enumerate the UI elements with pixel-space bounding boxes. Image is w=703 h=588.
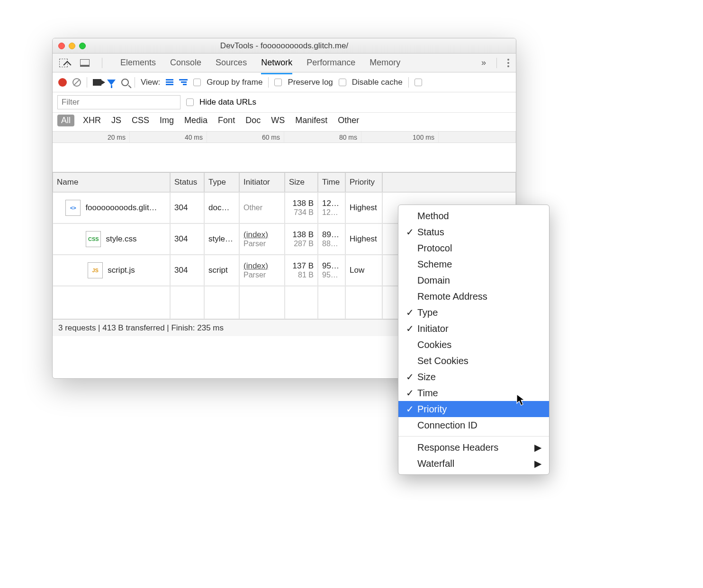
ctx-item-set-cookies[interactable]: Set Cookies xyxy=(398,353,549,369)
initiator-cell[interactable]: (index)Parser xyxy=(239,255,285,286)
search-icon[interactable] xyxy=(121,79,129,86)
column-header-initiator[interactable]: Initiator xyxy=(239,172,285,192)
ctx-item-status[interactable]: ✓Status xyxy=(398,224,549,240)
ctx-item-remote-address[interactable]: Remote Address xyxy=(398,288,549,304)
ctx-label: Method xyxy=(417,211,449,222)
clear-button[interactable] xyxy=(72,78,81,87)
tab-network[interactable]: Network xyxy=(261,56,292,70)
initiator-cell[interactable]: Other xyxy=(239,192,285,223)
filter-chip-other[interactable]: Other xyxy=(336,115,361,126)
filter-chip-font[interactable]: Font xyxy=(216,115,237,126)
ctx-item-initiator[interactable]: ✓Initiator xyxy=(398,321,549,337)
more-tabs-icon[interactable]: » xyxy=(481,58,486,68)
time-cell[interactable]: 12…12… xyxy=(318,192,345,223)
tab-sources[interactable]: Sources xyxy=(216,56,247,70)
timeline-tick: 100 ms xyxy=(361,132,439,143)
device-toolbar-icon[interactable] xyxy=(80,59,90,67)
ctx-label: Initiator xyxy=(417,323,449,334)
ctx-item-cookies[interactable]: Cookies xyxy=(398,337,549,353)
record-button[interactable] xyxy=(58,78,67,87)
filter-icon[interactable] xyxy=(107,80,116,85)
name-cell[interactable]: <>fooooooooods.glit… xyxy=(53,192,170,223)
filter-chip-manifest[interactable]: Manifest xyxy=(293,115,329,126)
filter-chip-css[interactable]: CSS xyxy=(130,115,151,126)
filter-chip-xhr[interactable]: XHR xyxy=(81,115,103,126)
filter-chip-doc[interactable]: Doc xyxy=(243,115,262,126)
hide-data-urls-checkbox[interactable] xyxy=(186,98,194,106)
hide-data-urls-label: Hide data URLs xyxy=(199,98,256,107)
size-cell[interactable]: 138 B734 B xyxy=(285,192,318,223)
settings-kebab-icon[interactable] xyxy=(507,59,509,67)
view-waterfall-icon[interactable] xyxy=(179,79,188,85)
check-icon: ✓ xyxy=(406,323,417,334)
name-cell[interactable]: CSSstyle.css xyxy=(53,223,170,255)
check-icon: ✓ xyxy=(406,226,417,238)
type-cell[interactable]: style… xyxy=(204,223,239,255)
ctx-label: Connection ID xyxy=(417,420,478,431)
filter-chip-img[interactable]: Img xyxy=(158,115,176,126)
column-header-time[interactable]: Time xyxy=(318,172,345,192)
ctx-item-type[interactable]: ✓Type xyxy=(398,304,549,321)
column-header-priority[interactable]: Priority xyxy=(345,172,382,192)
type-cell[interactable]: doc… xyxy=(204,192,239,223)
tab-elements[interactable]: Elements xyxy=(120,56,156,70)
preserve-log-checkbox[interactable] xyxy=(274,79,282,86)
name-cell[interactable]: JSscript.js xyxy=(53,255,170,286)
ctx-item-priority[interactable]: ✓Priority xyxy=(398,401,549,417)
view-large-rows-icon[interactable] xyxy=(166,79,173,85)
filter-chip-all[interactable]: All xyxy=(57,115,74,126)
time-cell[interactable]: 95…95… xyxy=(318,255,345,286)
priority-cell[interactable]: Highest xyxy=(345,223,382,255)
file-icon-css: CSS xyxy=(86,231,101,247)
group-by-frame-checkbox[interactable] xyxy=(193,79,201,86)
cursor-icon xyxy=(516,394,526,403)
time-cell[interactable]: 89…88… xyxy=(318,223,345,255)
filter-chips: AllXHRJSCSSImgMediaFontDocWSManifestOthe… xyxy=(53,113,516,132)
file-name: script.js xyxy=(108,266,135,275)
ctx-label: Time xyxy=(417,388,438,399)
ctx-label: Remote Address xyxy=(417,291,487,302)
tab-memory[interactable]: Memory xyxy=(370,56,400,70)
ctx-item-scheme[interactable]: Scheme xyxy=(398,256,549,272)
tab-console[interactable]: Console xyxy=(170,56,201,70)
ctx-item-protocol[interactable]: Protocol xyxy=(398,240,549,256)
timeline-tick: 40 ms xyxy=(130,132,207,143)
screenshot-icon[interactable] xyxy=(93,79,101,86)
type-cell[interactable]: script xyxy=(204,255,239,286)
ctx-item-domain[interactable]: Domain xyxy=(398,272,549,288)
column-context-menu: Method✓StatusProtocolSchemeDomainRemote … xyxy=(398,205,550,475)
ctx-item-time[interactable]: ✓Time xyxy=(398,385,549,401)
column-header-name[interactable]: Name xyxy=(53,172,170,192)
ctx-item-response-headers[interactable]: Response Headers▶ xyxy=(398,439,549,455)
filter-chip-ws[interactable]: WS xyxy=(269,115,287,126)
tab-performance[interactable]: Performance xyxy=(306,56,355,70)
ctx-item-waterfall[interactable]: Waterfall▶ xyxy=(398,455,549,472)
column-header-status[interactable]: Status xyxy=(170,172,204,192)
size-cell[interactable]: 137 B81 B xyxy=(285,255,318,286)
file-name: fooooooooods.glit… xyxy=(85,203,157,213)
group-by-frame-label: Group by frame xyxy=(207,78,262,87)
status-cell[interactable]: 304 xyxy=(170,255,204,286)
disable-cache-checkbox[interactable] xyxy=(339,79,346,86)
ctx-item-method[interactable]: Method xyxy=(398,208,549,224)
filter-input[interactable] xyxy=(57,95,180,109)
column-header-size[interactable]: Size xyxy=(285,172,318,192)
ctx-label: Domain xyxy=(417,275,450,286)
ctx-item-size[interactable]: ✓Size xyxy=(398,369,549,385)
priority-cell[interactable]: Low xyxy=(345,255,382,286)
size-cell[interactable]: 138 B287 B xyxy=(285,223,318,255)
timeline-overview[interactable]: 20 ms40 ms60 ms80 ms100 ms xyxy=(53,132,516,172)
status-cell[interactable]: 304 xyxy=(170,223,204,255)
tab-list: ElementsConsoleSourcesNetworkPerformance… xyxy=(120,56,400,70)
divider xyxy=(87,77,87,88)
priority-cell[interactable]: Highest xyxy=(345,192,382,223)
ctx-item-connection-id[interactable]: Connection ID xyxy=(398,417,549,433)
filter-chip-media[interactable]: Media xyxy=(182,115,209,126)
status-cell[interactable]: 304 xyxy=(170,192,204,223)
initiator-cell[interactable]: (index)Parser xyxy=(239,223,285,255)
filter-chip-js[interactable]: JS xyxy=(109,115,123,126)
extra-checkbox[interactable] xyxy=(415,79,422,86)
divider xyxy=(102,58,102,68)
column-header-type[interactable]: Type xyxy=(204,172,239,192)
inspect-element-icon[interactable] xyxy=(59,59,68,67)
